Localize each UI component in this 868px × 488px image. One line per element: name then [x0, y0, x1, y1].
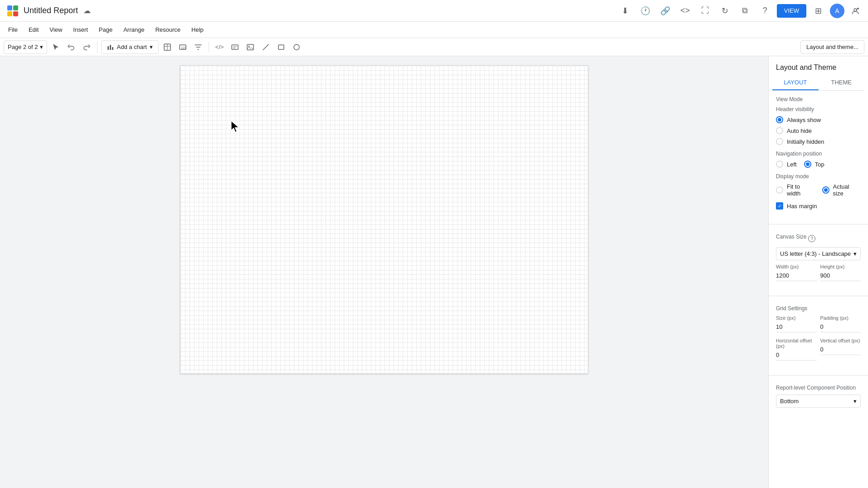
radio-top[interactable]: Top	[804, 161, 824, 168]
radio-always-show[interactable]: Always show	[776, 116, 861, 123]
menu-edit[interactable]: Edit	[24, 24, 43, 35]
radio-left-input[interactable]	[776, 161, 783, 168]
report-component-select[interactable]: Bottom ▾	[776, 395, 861, 408]
divider-1	[97, 42, 98, 53]
refresh-icon[interactable]: ↻	[717, 3, 733, 19]
has-margin-label: Has margin	[787, 203, 817, 210]
grid-size-field: Size (px) 10	[776, 315, 817, 332]
grid-size-label: Size (px)	[776, 315, 817, 321]
canvas-height-value[interactable]: 900	[820, 270, 861, 281]
report-component-section: Report-level Component Position Bottom ▾	[769, 379, 868, 417]
radio-initially-hidden-label: Initially hidden	[787, 138, 824, 145]
embed-icon[interactable]: <>	[677, 3, 693, 19]
menu-insert[interactable]: Insert	[68, 24, 93, 35]
svg-point-21	[294, 44, 299, 50]
radio-top-input[interactable]	[804, 161, 811, 168]
radio-auto-hide-label: Auto hide	[787, 127, 812, 134]
add-chart-label: Add a chart	[117, 44, 147, 50]
radio-always-show-input[interactable]	[776, 116, 783, 123]
layout-theme-button[interactable]: Layout and theme...	[800, 40, 864, 54]
grid-size-value[interactable]: 10	[776, 322, 817, 332]
header-visibility-group: Always show Auto hide Initially hidden	[776, 116, 861, 145]
canvas-size-select[interactable]: US letter (4:3) - Landscape ▾	[776, 247, 861, 260]
apps-icon[interactable]: ⊞	[810, 3, 826, 19]
nav-position-label: Navigation position	[776, 151, 861, 157]
add-scorecard-button[interactable]: 123	[176, 40, 190, 54]
divider-2	[209, 42, 209, 53]
svg-point-18	[249, 45, 250, 47]
radio-actual-input[interactable]	[822, 186, 829, 194]
add-filter-button[interactable]	[191, 40, 205, 54]
add-text-button[interactable]	[228, 40, 242, 54]
add-chart-button[interactable]: Add a chart ▾	[101, 40, 159, 54]
tab-theme[interactable]: THEME	[819, 75, 865, 90]
radio-initially-hidden-input[interactable]	[776, 138, 783, 145]
help-icon[interactable]: ?	[757, 3, 773, 19]
embed-url-button[interactable]: </>	[213, 40, 226, 54]
divider-report	[769, 375, 868, 376]
radio-actual-label: Actual size	[833, 183, 861, 197]
radio-left[interactable]: Left	[776, 161, 797, 168]
fullscreen-icon[interactable]: ⛶	[697, 3, 713, 19]
panel-tabs: LAYOUT THEME	[772, 75, 864, 91]
radio-initially-hidden[interactable]: Initially hidden	[776, 138, 861, 145]
redo-button[interactable]	[80, 40, 93, 54]
has-margin-checkbox[interactable]	[776, 202, 783, 210]
menu-resource[interactable]: Resource	[151, 24, 185, 35]
add-chart-chevron: ▾	[150, 44, 153, 50]
menu-file[interactable]: File	[4, 24, 22, 35]
svg-rect-6	[107, 46, 109, 50]
grid-size-padding: Size (px) 10 Padding (px) 0	[776, 315, 861, 332]
view-button[interactable]: VIEW	[777, 4, 806, 18]
has-margin-row[interactable]: Has margin	[776, 202, 861, 210]
grid-padding-field: Padding (px) 0	[820, 315, 861, 332]
grid-padding-value[interactable]: 0	[820, 322, 861, 332]
report-component-value: Bottom	[780, 398, 799, 405]
svg-point-4	[854, 9, 857, 11]
add-line-button[interactable]	[259, 40, 273, 54]
vert-offset-value[interactable]: 0	[820, 344, 861, 355]
horiz-offset-value[interactable]: 0	[776, 350, 817, 361]
canvas-height-label: Height (px)	[820, 264, 861, 269]
svg-rect-17	[247, 44, 254, 50]
radio-fit-to-width[interactable]: Fit to width	[776, 183, 815, 197]
canvas-size-info-icon[interactable]: ?	[808, 235, 815, 242]
avatar[interactable]: A	[830, 4, 844, 18]
radio-auto-hide-input[interactable]	[776, 127, 783, 134]
add-rectangle-button[interactable]	[274, 40, 288, 54]
view-mode-label: View Mode	[776, 96, 861, 102]
menu-page[interactable]: Page	[94, 24, 117, 35]
canvas-width-value[interactable]: 1200	[776, 270, 817, 281]
tab-layout[interactable]: LAYOUT	[772, 75, 819, 90]
radio-left-label: Left	[787, 161, 797, 168]
canvas-dimensions: Width (px) 1200 Height (px) 900	[776, 264, 861, 281]
add-table-button[interactable]	[161, 40, 174, 54]
report-component-label: Report-level Component Position	[776, 385, 861, 391]
menu-view[interactable]: View	[45, 24, 67, 35]
share-button[interactable]	[848, 4, 863, 18]
download-icon[interactable]: ⬇	[617, 3, 634, 19]
page-selector[interactable]: Page 2 of 2 ▾	[4, 40, 47, 54]
duplicate-icon[interactable]: ⧉	[737, 3, 753, 19]
history-icon[interactable]: 🕐	[637, 3, 653, 19]
divider-canvas	[769, 224, 868, 224]
menu-help[interactable]: Help	[187, 24, 208, 35]
horiz-offset-field: Horizontal offset (px) 0	[776, 338, 817, 361]
select-tool[interactable]	[49, 40, 63, 54]
radio-auto-hide[interactable]: Auto hide	[776, 127, 861, 134]
add-image-button[interactable]	[244, 40, 257, 54]
add-circle-button[interactable]	[290, 40, 303, 54]
grid-settings-label: Grid Settings	[776, 305, 861, 312]
menu-bar: File Edit View Insert Page Arrange Resou…	[0, 22, 868, 38]
menu-arrange[interactable]: Arrange	[119, 24, 149, 35]
link-icon[interactable]: 🔗	[657, 3, 673, 19]
display-mode-label: Display mode	[776, 173, 861, 180]
radio-fit-input[interactable]	[776, 186, 783, 194]
radio-actual-size[interactable]: Actual size	[822, 183, 861, 197]
doc-title: Untitled Report	[24, 6, 78, 15]
report-component-chevron: ▾	[853, 398, 857, 405]
undo-button[interactable]	[64, 40, 78, 54]
right-panel: Layout and Theme LAYOUT THEME View Mode …	[768, 56, 868, 488]
svg-rect-1	[13, 5, 18, 10]
canvas-page	[180, 65, 588, 374]
